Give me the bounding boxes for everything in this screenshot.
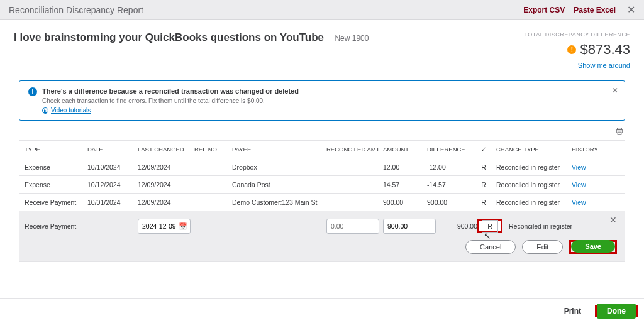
footer: Print Done: [0, 298, 644, 323]
header-total: TOTAL DISCREPANCY DIFFERENCE ! $873.43 S…: [524, 31, 630, 69]
col-payee: PAYEE: [232, 146, 326, 153]
calendar-icon[interactable]: 📅: [179, 222, 187, 231]
page-title: Reconciliation Discrepancy Report: [9, 5, 143, 15]
date-input[interactable]: 📅: [138, 219, 191, 234]
video-tutorials-link[interactable]: ▶ Video tutorials: [42, 107, 91, 114]
col-type: TYPE: [25, 146, 87, 153]
footer-print-button[interactable]: Print: [564, 307, 581, 315]
show-me-around-link[interactable]: Show me around: [524, 62, 630, 69]
col-last: LAST CHANGED: [138, 146, 194, 153]
inline-edit-row: ✕ Receive Payment 📅 900.00 R ↖ Reconcile…: [19, 211, 625, 262]
table-toolbar: [0, 127, 644, 140]
play-icon: ▶: [42, 107, 48, 114]
alert-sub: Check each transaction to find errors. F…: [42, 97, 299, 104]
amount-input[interactable]: [383, 219, 436, 234]
edit-button[interactable]: Edit: [522, 240, 563, 254]
headline-sub: New 1900: [335, 34, 369, 43]
edit-type: Receive Payment: [25, 222, 87, 230]
col-ctype: CHANGE TYPE: [496, 146, 572, 153]
col-check: ✓: [471, 146, 496, 153]
print-icon[interactable]: [615, 127, 624, 138]
total-caption: TOTAL DISCREPANCY DIFFERENCE: [524, 31, 630, 38]
table-header-row: TYPE DATE LAST CHANGED REF NO. PAYEE REC…: [19, 141, 625, 158]
warning-icon: !: [567, 45, 576, 54]
paste-excel-link[interactable]: Paste Excel: [574, 6, 616, 14]
save-button[interactable]: Save: [571, 240, 615, 253]
headline: I love brainstorming your QuickBooks que…: [14, 31, 324, 43]
col-hist: HISTORY: [572, 146, 603, 153]
view-link[interactable]: View: [572, 181, 586, 189]
col-amt: AMOUNT: [383, 146, 427, 153]
col-recon: RECONCILED AMT: [326, 146, 383, 153]
cursor-icon: ↖: [484, 231, 491, 241]
alert-close-icon[interactable]: ✕: [612, 86, 618, 95]
total-amount: $873.43: [580, 41, 630, 58]
table-row[interactable]: Receive Payment 10/01/2024 12/09/2024 De…: [19, 194, 625, 211]
header: I love brainstorming your QuickBooks que…: [0, 20, 644, 69]
svg-rect-2: [618, 132, 621, 134]
edit-diff: 900.00: [440, 222, 477, 230]
done-button[interactable]: Done: [597, 304, 636, 319]
date-field[interactable]: [142, 222, 179, 230]
view-link[interactable]: View: [572, 199, 586, 206]
view-link[interactable]: View: [572, 163, 586, 171]
col-diff: DIFFERENCE: [427, 146, 471, 153]
discrepancy-table: TYPE DATE LAST CHANGED REF NO. PAYEE REC…: [19, 140, 625, 211]
export-csv-link[interactable]: Export CSV: [523, 6, 565, 14]
table-row[interactable]: Expense 10/12/2024 12/09/2024 Canada Pos…: [19, 176, 625, 194]
table-row[interactable]: Expense 10/10/2024 12/09/2024 Dropbox 12…: [19, 158, 625, 176]
edit-change-type: Reconciled in register: [509, 222, 584, 230]
close-icon[interactable]: ✕: [627, 4, 635, 16]
cancel-button[interactable]: Cancel: [465, 240, 516, 254]
save-button-highlight: Save: [569, 240, 617, 254]
info-icon: i: [28, 87, 37, 96]
inline-close-icon[interactable]: ✕: [609, 215, 617, 225]
col-date: DATE: [87, 146, 138, 153]
done-button-highlight: Done: [595, 305, 638, 317]
discrepancy-alert: i There's a difference because a reconci…: [19, 80, 625, 121]
col-ref: REF NO.: [194, 146, 232, 153]
alert-title: There's a difference because a reconcile…: [42, 87, 299, 95]
topbar: Reconciliation Discrepancy Report Export…: [0, 0, 644, 20]
reconciled-amt-input[interactable]: [326, 219, 379, 234]
